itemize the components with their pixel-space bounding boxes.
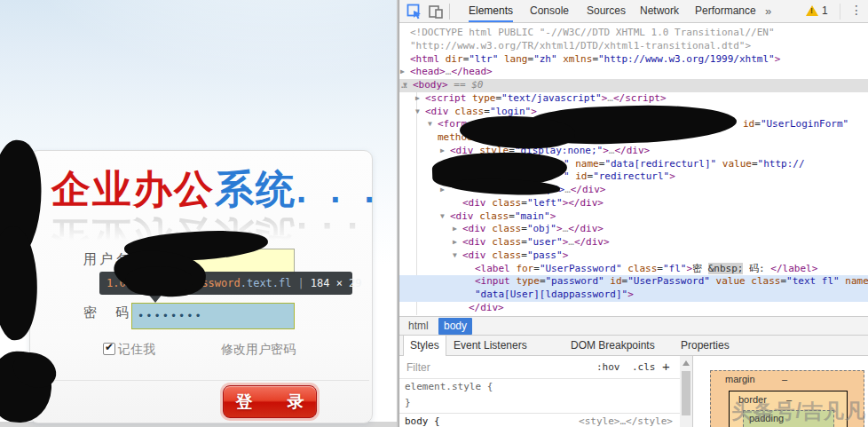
cls-toggle-button[interactable]: .cls bbox=[632, 361, 656, 373]
kebab-menu-icon[interactable]: ⋮ bbox=[850, 3, 863, 17]
styles-pane: Filter :hov .cls + element.style { } bod… bbox=[399, 356, 680, 427]
background-gradient-band bbox=[0, 0, 398, 107]
collapse-arrow-icon[interactable]: ▼ bbox=[440, 210, 450, 224]
warning-count: 1 bbox=[822, 4, 828, 17]
tooltip-dimensions: 184 × 29 bbox=[311, 277, 362, 289]
element-style-rule[interactable]: element.style { bbox=[399, 379, 680, 395]
tab-network[interactable]: Network bbox=[640, 0, 679, 22]
browser-page: 企业办公系统. . . 企业办公系统. . . 用户名 密 码 : ••••••… bbox=[0, 0, 398, 427]
expand-arrow-icon[interactable]: ▶ bbox=[440, 145, 450, 158]
collapse-arrow-icon[interactable]: ▼ bbox=[415, 106, 425, 119]
tab-styles[interactable]: Styles bbox=[403, 336, 446, 357]
code-line[interactable]: "data[User][ldappassword]"> bbox=[399, 289, 868, 302]
code-line[interactable]: <div class="left"></div> bbox=[399, 197, 868, 210]
tab-properties[interactable]: Properties bbox=[675, 336, 736, 356]
password-input[interactable]: •••••••• bbox=[131, 303, 295, 329]
code-line[interactable]: <label for="UserPassword" class="fl">密 &… bbox=[399, 263, 868, 276]
code-line[interactable]: <input type="password" id="UserPassword"… bbox=[399, 275, 868, 289]
margin-value: – bbox=[782, 374, 787, 384]
code-line[interactable]: "http://www.w3.org/TR/xhtml1/DTD/xhtml1-… bbox=[399, 40, 868, 53]
breadcrumb: html body bbox=[399, 316, 868, 335]
expand-arrow-icon[interactable]: ▶ bbox=[415, 92, 425, 106]
form-divider bbox=[50, 380, 369, 381]
code-line[interactable]: ▶<div class="obj">…</div> bbox=[399, 223, 868, 236]
breadcrumb-item-html[interactable]: html bbox=[403, 317, 434, 336]
toolbar-separator bbox=[449, 4, 450, 20]
expand-arrow-icon[interactable]: ▶ bbox=[453, 236, 462, 249]
code-line[interactable]: ▶<head>…</head> bbox=[399, 66, 868, 79]
hidden-nodes-ellipsis[interactable]: … bbox=[401, 79, 407, 92]
remember-me-row: ✔记住我 bbox=[103, 342, 155, 358]
hov-toggle-button[interactable]: :hov bbox=[596, 361, 620, 373]
title-blue: 系统 bbox=[215, 167, 296, 210]
tab-event-listeners[interactable]: Event Listeners bbox=[447, 336, 533, 356]
tab-performance[interactable]: Performance bbox=[695, 0, 756, 22]
device-toolbar-icon[interactable] bbox=[428, 4, 444, 20]
element-style-close: } bbox=[399, 395, 680, 411]
devtools-toolbar: Elements Console Sources Network Perform… bbox=[399, 0, 868, 23]
screenshot-stage: 企业办公系统. . . 企业办公系统. . . 用户名 密 码 : ••••••… bbox=[0, 0, 868, 427]
collapse-arrow-icon[interactable]: ▼ bbox=[428, 118, 438, 131]
watermark: 头条号/吉凡凡 bbox=[732, 398, 866, 425]
body-rule-selector[interactable]: body { bbox=[405, 415, 440, 427]
inspect-element-icon[interactable] bbox=[406, 4, 422, 20]
margin-label: margin bbox=[725, 374, 755, 384]
title-red: 企业办公 bbox=[51, 167, 215, 210]
tab-dom-breakpoints[interactable]: DOM Breakpoints bbox=[564, 336, 661, 356]
expand-arrow-icon[interactable]: ▶ bbox=[400, 66, 410, 79]
warning-badge[interactable]: 1 bbox=[806, 4, 828, 17]
code-line[interactable]: ▼<div class="main"> bbox=[399, 210, 868, 224]
style-rules: element.style { } body {<style>…</style> bbox=[399, 379, 680, 427]
page-title: 企业办公系统. . . bbox=[51, 163, 382, 216]
styles-filter-row: Filter :hov .cls + bbox=[399, 356, 680, 379]
filter-input[interactable]: Filter bbox=[406, 361, 430, 374]
breadcrumb-item-body[interactable]: body bbox=[438, 318, 472, 335]
warning-icon bbox=[806, 5, 818, 16]
devtools-panel: Elements Console Sources Network Perform… bbox=[399, 0, 868, 427]
change-password-link[interactable]: 修改用户密码 bbox=[221, 342, 296, 358]
code-line[interactable]: ▶<script type="text/javascript">…</scrip… bbox=[399, 92, 868, 106]
collapse-arrow-icon[interactable]: ▼ bbox=[453, 249, 462, 263]
new-style-rule-button[interactable]: + bbox=[662, 359, 670, 374]
remember-checkbox[interactable]: ✔ bbox=[103, 343, 115, 355]
tooltip-selector-classes: .text.fl bbox=[241, 277, 292, 289]
title-dots: . . . bbox=[296, 170, 382, 210]
scrollbar-thumb[interactable] bbox=[682, 371, 690, 415]
styles-tabbar: Styles Event Listeners DOM Breakpoints P… bbox=[399, 335, 868, 356]
tab-console[interactable]: Console bbox=[530, 0, 569, 22]
tab-elements[interactable]: Elements bbox=[469, 0, 513, 22]
login-button[interactable]: 登 录 bbox=[223, 385, 317, 418]
expand-arrow-icon[interactable]: ▶ bbox=[453, 223, 462, 236]
code-line[interactable]: <html dir="ltr" lang="zh" xmlns="http://… bbox=[399, 53, 868, 67]
code-line[interactable]: …▼<body> == $0 bbox=[399, 79, 868, 92]
more-tabs-chevron-icon[interactable]: » bbox=[765, 0, 771, 22]
code-line[interactable]: ▶<div class="user">…</div> bbox=[399, 236, 868, 249]
checkmark-icon: ✔ bbox=[105, 341, 114, 353]
tab-sources[interactable]: Sources bbox=[587, 0, 626, 22]
style-source-link[interactable]: <style>…</style> bbox=[579, 414, 673, 427]
tooltip-separator: | bbox=[292, 277, 311, 289]
styles-scrollbar[interactable] bbox=[680, 356, 692, 427]
scroll-up-arrow-icon[interactable] bbox=[683, 360, 690, 366]
toolbar-separator bbox=[840, 4, 840, 20]
code-line[interactable]: </div> bbox=[399, 302, 868, 315]
code-line[interactable]: ▼<div class="pass"> bbox=[399, 249, 868, 263]
code-line[interactable]: <!DOCTYPE html PUBLIC "-//W3C//DTD XHTML… bbox=[399, 27, 868, 40]
remember-label: 记住我 bbox=[118, 342, 155, 356]
